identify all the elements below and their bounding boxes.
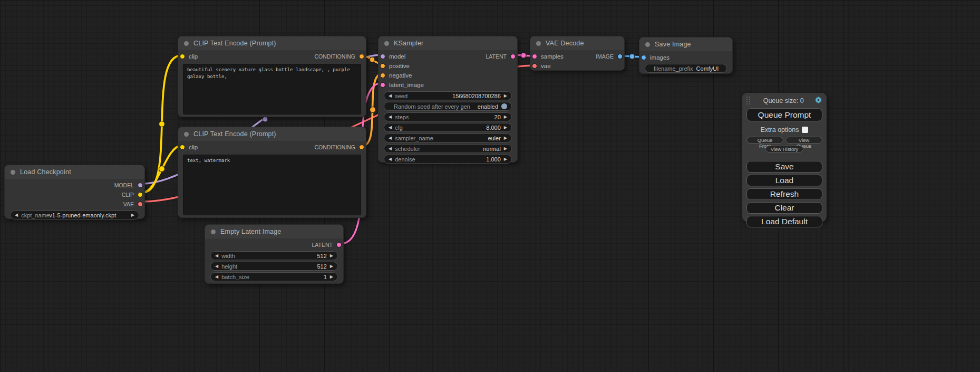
node-graph-canvas[interactable]: Load Checkpoint MODEL CLIP VAE ◀ ckpt_na… — [0, 0, 980, 372]
queue-front-button[interactable]: Queue Front — [746, 137, 783, 144]
input-slot-latent-image[interactable]: latent_image — [379, 80, 517, 90]
output-slot-latent[interactable]: LATENT — [205, 240, 343, 250]
queue-prompt-button[interactable]: Queue Prompt — [746, 108, 822, 121]
output-slot-latent[interactable]: LATENT — [486, 52, 517, 61]
filename-prefix-widget[interactable]: filename_prefix ComfyUI — [645, 64, 727, 73]
input-slot-clip[interactable]: clip — [178, 142, 198, 152]
node-ksampler[interactable]: KSampler model LATENT positive negative — [378, 36, 518, 163]
clear-button[interactable]: Clear — [746, 202, 822, 214]
node-clip-text-encode-negative[interactable]: CLIP Text Encode (Prompt) clip CONDITION… — [178, 127, 366, 218]
node-title-bar[interactable]: KSampler — [379, 36, 517, 50]
refresh-button[interactable]: Refresh — [746, 188, 822, 200]
negative-prompt-textarea[interactable]: text, watermark — [183, 155, 361, 215]
output-slot-conditioning[interactable]: CONDITIONING — [314, 142, 366, 152]
input-slot-negative[interactable]: negative — [379, 71, 517, 80]
node-vae-decode[interactable]: VAE Decode samples IMAGE vae — [530, 36, 625, 71]
positive-prompt-textarea[interactable]: beautiful scenery nature glass bottle la… — [183, 64, 361, 115]
load-default-button[interactable]: Load Default — [746, 216, 822, 227]
random-seed-toggle-widget[interactable]: Random seed after every gen enabled — [384, 102, 512, 111]
arrow-right-icon[interactable]: ▶ — [504, 136, 507, 140]
arrow-right-icon[interactable]: ▶ — [504, 115, 507, 119]
vae-input-dot[interactable] — [532, 63, 537, 69]
arrow-left-icon[interactable]: ◀ — [389, 136, 392, 140]
arrow-left-icon[interactable]: ◀ — [389, 157, 392, 161]
height-widget[interactable]: ◀ height 512 ▶ — [210, 262, 338, 271]
input-slot-samples[interactable]: samples — [530, 52, 564, 61]
output-slot-vae[interactable]: VAE — [5, 199, 144, 209]
view-queue-button[interactable]: View Queue — [785, 137, 822, 144]
node-load-checkpoint[interactable]: Load Checkpoint MODEL CLIP VAE ◀ ckpt_na… — [4, 165, 145, 219]
extra-options-checkbox[interactable] — [802, 127, 808, 133]
samples-input-dot[interactable] — [532, 54, 537, 59]
seed-widget[interactable]: ◀ seed 156680208700286 ▶ — [384, 91, 512, 100]
drag-handle-icon[interactable] — [746, 97, 751, 106]
images-input-dot[interactable] — [641, 55, 646, 60]
collapse-dot-icon[interactable] — [645, 42, 650, 47]
view-history-button[interactable]: View History — [765, 146, 804, 152]
output-slot-conditioning[interactable]: CONDITIONING — [314, 52, 366, 61]
node-title-bar[interactable]: Load Checkpoint — [5, 165, 144, 179]
toggle-enabled-icon[interactable] — [501, 103, 507, 109]
collapse-dot-icon[interactable] — [384, 41, 389, 46]
width-widget[interactable]: ◀ width 512 ▶ — [210, 251, 338, 260]
cfg-widget[interactable]: ◀ cfg 8.000 ▶ — [384, 123, 512, 132]
collapse-dot-icon[interactable] — [11, 170, 15, 175]
load-button[interactable]: Load — [746, 175, 822, 186]
node-title-bar[interactable]: Save Image — [639, 37, 732, 51]
arrow-right-icon[interactable]: ▶ — [504, 126, 507, 130]
collapse-dot-icon[interactable] — [536, 41, 541, 46]
clip-input-dot[interactable] — [180, 145, 185, 150]
arrow-left-icon[interactable]: ◀ — [15, 213, 18, 217]
arrow-left-icon[interactable]: ◀ — [389, 126, 392, 130]
node-title-bar[interactable]: CLIP Text Encode (Prompt) — [178, 127, 366, 141]
collapse-dot-icon[interactable] — [184, 41, 189, 46]
batch-size-widget[interactable]: ◀ batch_size 1 ▶ — [210, 272, 338, 281]
latent-output-dot[interactable] — [336, 242, 342, 247]
node-title-bar[interactable]: VAE Decode — [530, 36, 624, 50]
collapse-dot-icon[interactable] — [211, 230, 216, 234]
arrow-left-icon[interactable]: ◀ — [215, 264, 218, 269]
sampler-name-widget[interactable]: ◀ sampler_name euler ▶ — [384, 133, 512, 142]
denoise-widget[interactable]: ◀ denoise 1.000 ▶ — [384, 155, 512, 164]
model-input-dot[interactable] — [380, 54, 385, 59]
arrow-left-icon[interactable]: ◀ — [215, 254, 218, 258]
node-title-bar[interactable]: CLIP Text Encode (Prompt) — [178, 36, 366, 50]
arrow-right-icon[interactable]: ▶ — [504, 94, 507, 98]
save-button[interactable]: Save — [746, 161, 822, 173]
image-output-dot[interactable] — [617, 54, 623, 59]
arrow-right-icon[interactable]: ▶ — [330, 275, 333, 279]
latent-output-dot[interactable] — [510, 54, 516, 59]
latent-image-input-dot[interactable] — [380, 82, 385, 88]
vae-output-dot[interactable] — [138, 202, 143, 207]
model-output-dot[interactable] — [138, 183, 143, 188]
queue-menu-panel[interactable]: Queue size: 0 Queue Prompt Extra options… — [742, 93, 827, 222]
collapse-dot-icon[interactable] — [184, 132, 189, 137]
output-slot-model[interactable]: MODEL — [5, 180, 144, 190]
arrow-left-icon[interactable]: ◀ — [215, 275, 218, 279]
arrow-right-icon[interactable]: ▶ — [504, 157, 507, 161]
clip-input-dot[interactable] — [180, 54, 185, 59]
arrow-right-icon[interactable]: ▶ — [131, 213, 134, 217]
node-empty-latent-image[interactable]: Empty Latent Image LATENT ◀ width 512 ▶ … — [205, 224, 344, 284]
input-slot-images[interactable]: images — [639, 53, 732, 62]
node-clip-text-encode-positive[interactable]: CLIP Text Encode (Prompt) clip CONDITION… — [178, 36, 366, 117]
negative-input-dot[interactable] — [380, 73, 385, 78]
input-slot-positive[interactable]: positive — [379, 61, 517, 71]
ckpt-name-widget[interactable]: ◀ ckpt_name v1-5-pruned-emaonly.ckpt ▶ — [10, 211, 139, 220]
positive-input-dot[interactable] — [380, 63, 385, 69]
arrow-left-icon[interactable]: ◀ — [389, 147, 392, 151]
node-save-image[interactable]: Save Image images filename_prefix ComfyU… — [639, 37, 733, 74]
arrow-left-icon[interactable]: ◀ — [389, 94, 392, 98]
scheduler-widget[interactable]: ◀ scheduler normal ▶ — [384, 144, 512, 153]
arrow-right-icon[interactable]: ▶ — [330, 254, 333, 258]
clip-output-dot[interactable] — [138, 192, 143, 197]
arrow-left-icon[interactable]: ◀ — [389, 115, 392, 119]
steps-widget[interactable]: ◀ steps 20 ▶ — [384, 112, 512, 121]
input-slot-clip[interactable]: clip — [178, 52, 198, 61]
settings-gear-icon[interactable] — [814, 96, 822, 106]
conditioning-output-dot[interactable] — [359, 145, 364, 150]
input-slot-vae[interactable]: vae — [530, 61, 624, 71]
arrow-right-icon[interactable]: ▶ — [330, 264, 333, 269]
conditioning-output-dot[interactable] — [359, 54, 364, 59]
arrow-right-icon[interactable]: ▶ — [504, 147, 507, 151]
